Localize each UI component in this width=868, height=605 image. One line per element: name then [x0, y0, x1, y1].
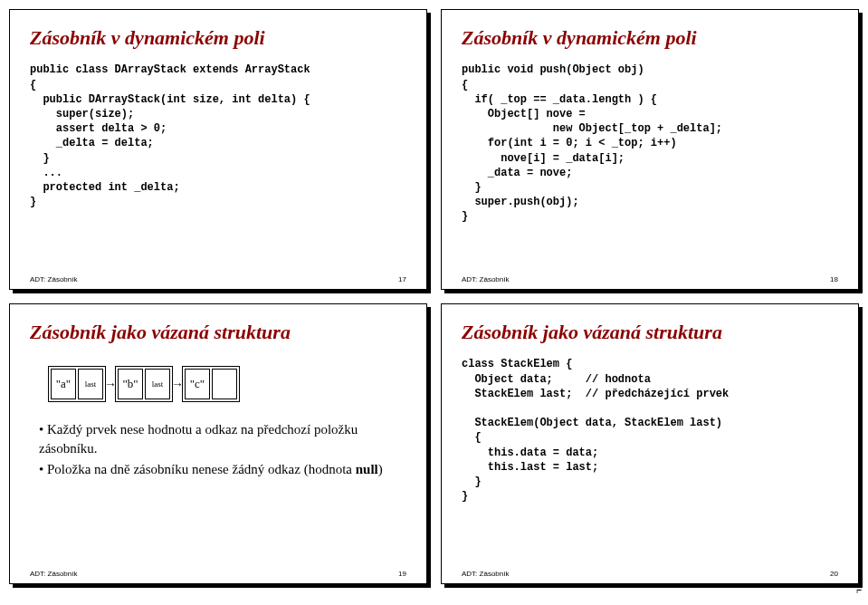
bullet-1: • Každý prvek nese hodnotu a odkaz na př… [39, 420, 406, 457]
node-value: "a" [51, 369, 76, 399]
slide-17: Zásobník v dynamickém poli public class … [9, 9, 427, 290]
slide-footer: ADT: Zásobník 17 [30, 272, 406, 283]
slide-footer: ADT: Zásobník 19 [30, 566, 406, 578]
slide-19: Zásobník jako vázaná struktura "a" last … [9, 303, 427, 584]
slide-title: Zásobník jako vázaná struktura [30, 321, 406, 344]
arrow-icon: → [104, 377, 117, 391]
slide-footer: ADT: Zásobník 20 [462, 566, 838, 578]
footer-left: ADT: Zásobník [462, 275, 509, 283]
node-last: last [78, 369, 103, 399]
footer-left: ADT: Zásobník [30, 570, 77, 578]
node-value: "b" [118, 369, 143, 399]
code-block: class StackElem { Object data; // hodnot… [462, 357, 838, 566]
page-number: 5 [856, 587, 863, 593]
bullet-2: • Položka na dně zásobníku nenese žádný … [39, 460, 406, 478]
slide-20: Zásobník jako vázaná struktura class Sta… [441, 303, 859, 584]
node-last-empty [212, 369, 237, 399]
arrow-icon: → [171, 377, 184, 391]
footer-right: 18 [830, 275, 838, 283]
slide-title: Zásobník v dynamickém poli [30, 26, 406, 50]
footer-right: 20 [830, 570, 838, 578]
footer-left: ADT: Zásobník [462, 570, 509, 578]
bullet-list: • Každý prvek nese hodnotu a odkaz na př… [30, 420, 406, 481]
footer-left: ADT: Zásobník [30, 275, 77, 283]
node-value: "c" [185, 369, 210, 399]
slide-footer: ADT: Zásobník 18 [462, 272, 838, 283]
linked-diagram: "a" last → "b" last → "c" [48, 366, 406, 402]
footer-right: 19 [398, 570, 406, 578]
node-a: "a" last [48, 366, 106, 402]
footer-right: 17 [398, 275, 406, 283]
code-block: public void push(Object obj) { if( _top … [462, 62, 838, 272]
slide-content: "a" last → "b" last → "c" • Každý prvek … [30, 357, 406, 566]
slide-title: Zásobník v dynamickém poli [462, 26, 838, 50]
node-b: "b" last [115, 366, 173, 402]
node-c: "c" [182, 366, 240, 402]
node-last: last [145, 369, 170, 399]
code-block: public class DArrayStack extends ArraySt… [30, 62, 406, 272]
slide-18: Zásobník v dynamickém poli public void p… [441, 9, 859, 290]
slide-title: Zásobník jako vázaná struktura [462, 321, 838, 344]
